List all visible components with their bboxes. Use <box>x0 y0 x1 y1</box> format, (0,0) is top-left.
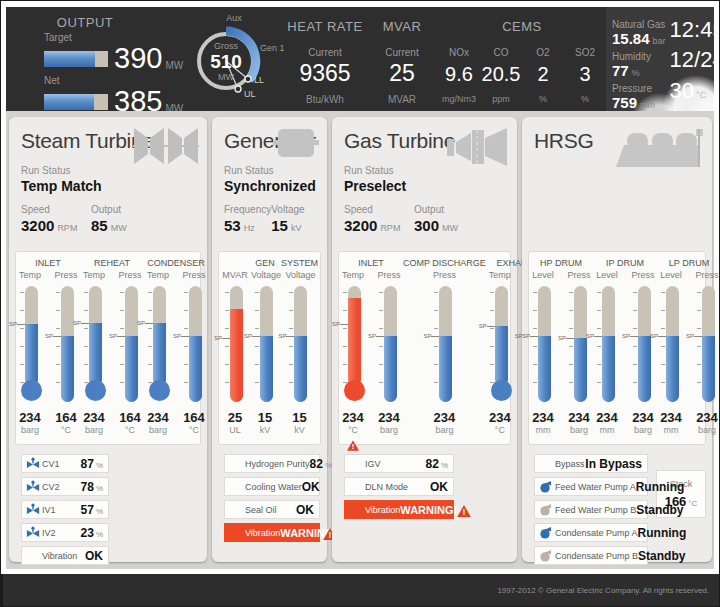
gauge-tick <box>533 292 537 293</box>
status-row-label: IV1 <box>42 505 81 515</box>
gauge-group-label: GEN <box>251 258 279 270</box>
metric-unit: MW <box>111 223 127 233</box>
gauge-tick <box>697 346 701 347</box>
gauge-value: 234 <box>486 410 514 425</box>
gauge-sub-label: Level <box>593 270 621 282</box>
gauge-sub-label: Temp <box>486 270 514 282</box>
cems-so2-label: SO2 <box>564 47 606 58</box>
gauge-tube <box>89 286 102 386</box>
gauge-tick <box>490 310 494 311</box>
heat-rate-value: 9365 <box>284 62 366 85</box>
metric-label: Speed <box>21 204 91 215</box>
gauge-unit: °C <box>180 425 208 435</box>
copyright-text: 1997-2012 © General Electric Company. Al… <box>497 586 709 595</box>
status-row-iv1: IV157% <box>21 500 109 519</box>
panel-metrics: Speed3200RPMOutput300MW <box>344 204 507 234</box>
gauge-tick <box>120 382 124 383</box>
sp-marker <box>694 336 702 337</box>
natural-gas-label: Natural Gas <box>612 19 666 30</box>
gauge-tick <box>289 364 293 365</box>
gauge-value: 234 <box>529 410 557 425</box>
sp-marker <box>53 336 61 337</box>
metric-label: Output <box>91 204 161 215</box>
gauge-tube <box>602 286 615 402</box>
status-row-value: Running <box>636 480 685 494</box>
panel-gas-turbine[interactable]: Gas TurbineRun StatusPreselectSpeed3200R… <box>332 117 517 562</box>
status-row-label: CV1 <box>42 459 81 469</box>
panel-header-generator: GeneratorRun StatusSynchronizedFrequency… <box>218 125 321 251</box>
mvar-current-label: Current <box>366 47 438 58</box>
gauge-tick <box>569 328 573 329</box>
sp-label: SP <box>423 333 431 339</box>
run-status-value: Synchronized <box>224 178 317 194</box>
gauge-tick <box>490 292 494 293</box>
topbar: OUTPUT Target 390 MW Net 385 MW <box>6 7 714 111</box>
gauge-tube-wrap: SP <box>693 284 720 408</box>
gauge-bulb <box>344 380 365 401</box>
status-row-wrap: BypassIn Bypass <box>534 454 648 473</box>
gauge-sub-label: Press <box>430 270 458 282</box>
gauge-tube-wrap: SP <box>16 284 44 408</box>
status-row-value: 82% <box>310 457 332 471</box>
panel-hrsg[interactable]: HRSGHP DRUMLevelSP234mmPressSP234bargIP … <box>522 117 712 562</box>
gauge-tick <box>225 382 229 383</box>
gauge-tube <box>638 286 651 402</box>
gauge-tick <box>697 328 701 329</box>
gauge-tick <box>120 328 124 329</box>
status-row-label: DLN Mode <box>365 482 430 492</box>
status-row-label: CV2 <box>42 482 81 492</box>
target-unit: MW <box>165 60 183 71</box>
metric-unit: Hz <box>244 223 255 233</box>
gauge-tick <box>597 310 601 311</box>
gauge-group-label: HP DRUM <box>529 258 593 270</box>
status-row-label: Vibration <box>42 551 85 561</box>
gauge-tick <box>490 328 494 329</box>
status-row-feed-water-pump-b: Feed Water Pump BStandby <box>534 500 648 519</box>
status-row-wrap: Feed Water Pump ARunning <box>534 477 648 496</box>
panel-steam-turbine[interactable]: Steam TurbineRun StatusTemp MatchSpeed32… <box>9 117 207 562</box>
warning-icon: ! <box>457 503 471 521</box>
pump-on-icon <box>539 526 555 539</box>
gauge-tick <box>697 364 701 365</box>
target-bar-fill <box>44 51 95 67</box>
status-row-value: Standby <box>638 549 685 563</box>
status-row-label: Vibration <box>365 505 400 515</box>
cems-co-label: CO <box>480 47 522 58</box>
gauge-tick <box>569 310 573 311</box>
mvar-section: MVAR Current 25 MVAR <box>366 7 438 111</box>
status-row-wrap: IV157% <box>21 500 109 519</box>
sp-label: SP <box>650 333 658 339</box>
gauge-tick <box>120 346 124 347</box>
pressure-label: Pressure <box>612 83 666 94</box>
status-row-wrap: IV223% <box>21 523 109 542</box>
clock-time: 12:45 <box>670 17 714 42</box>
metric-unit: RPM <box>380 223 400 233</box>
gauge-value: 234 <box>693 410 720 425</box>
heat-rate-title: HEAT RATE <box>284 19 366 34</box>
gauge-value: 234 <box>593 410 621 425</box>
status-rows-list: Hydrogen Purity82%Cooling WaterOKSeal Oi… <box>224 454 320 546</box>
panel-header-gas-turbine: Gas TurbineRun StatusPreselectSpeed3200R… <box>338 125 511 251</box>
gauge-tick <box>225 310 229 311</box>
metric-speed: Speed3200RPM <box>21 204 91 234</box>
panel-generator[interactable]: GeneratorRun StatusSynchronizedFrequency… <box>212 117 327 562</box>
status-row-value: Standby <box>636 503 683 517</box>
status-row-label: Bypass <box>555 459 585 469</box>
gauge-unit: °C <box>339 425 367 435</box>
gauge-temp: TempSP234barg <box>16 270 44 435</box>
status-row-label: Condensate Pump A <box>555 528 638 538</box>
gauge-tick <box>379 364 383 365</box>
gauge-value: 234 <box>16 410 44 425</box>
sp-marker <box>530 336 538 337</box>
gauge-unit: °C <box>52 425 80 435</box>
gauge-gross-label: Gross <box>214 41 239 51</box>
gauge-unit: barg <box>693 425 720 435</box>
gauge-tick <box>225 364 229 365</box>
gauge-tick <box>633 364 637 365</box>
gauge-fill <box>495 326 508 386</box>
status-rows-area: Hydrogen Purity82%Cooling WaterOKSeal Oi… <box>218 454 321 546</box>
gauge-tick <box>120 292 124 293</box>
gauge-tick <box>569 382 573 383</box>
status-row-wrap: VibrationWARNING!! <box>344 500 454 519</box>
gauge-group-hp-drum: HP DRUMLevelSP234mmPressSP234barg <box>529 258 593 435</box>
